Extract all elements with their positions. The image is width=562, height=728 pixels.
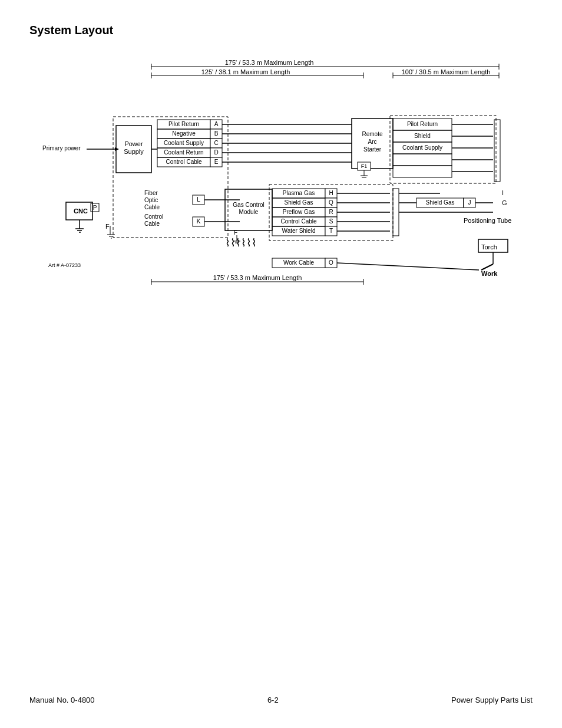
letter-e: E <box>214 159 219 165</box>
letter-r: R <box>329 209 333 215</box>
letter-j: J <box>468 199 471 206</box>
cnc-label: CNC <box>74 207 88 215</box>
remote-arc-starter: Remote <box>362 131 382 137</box>
svg-line-93 <box>337 263 479 270</box>
footer-right: Power Supply Parts List <box>451 696 533 704</box>
water-shield-label: Water Shield <box>282 228 316 234</box>
negative-label: Negative <box>172 130 196 137</box>
page-footer: Manual No. 0-4800 6-2 Power Supply Parts… <box>0 696 562 704</box>
power-supply-label: Power <box>124 140 143 147</box>
letter-s: S <box>329 218 333 225</box>
plasma-gas-label: Plasma Gas <box>283 190 315 196</box>
control-cable-fiber: Control <box>144 213 163 220</box>
page-title: System Layout <box>0 0 562 43</box>
length-175: 175' / 53.3 m Maximum Length <box>225 59 314 66</box>
letter-g: G <box>502 199 507 206</box>
work-label: Work <box>481 270 498 277</box>
length-125: 125' / 38.1 m Maximum Length <box>201 68 290 75</box>
pilot-return-left: Pilot Return <box>168 121 199 127</box>
letter-o: O <box>329 259 333 266</box>
letter-d: D <box>214 149 218 156</box>
f-gas-label: F <box>234 229 237 236</box>
letter-i: I <box>502 189 504 196</box>
preflow-gas-label: Preflow Gas <box>283 209 315 215</box>
coolant-return-label: Coolant Return <box>164 149 203 156</box>
letter-c: C <box>214 140 218 146</box>
length-bottom: 175' / 53.3 m Maximum Length <box>213 274 302 281</box>
gas-control-label: Gas Control <box>233 202 264 208</box>
art-number: Art # A-07233 <box>48 262 81 268</box>
letter-h: H <box>329 190 333 196</box>
power-supply-label2: Supply <box>124 148 144 155</box>
fiber-optic-label: Fiber <box>144 190 158 196</box>
letter-t: T <box>329 228 333 234</box>
fiber-optic-label2: Optic <box>144 197 158 203</box>
coolant-supply-left: Coolant Supply <box>164 140 204 146</box>
gas-control-label2: Module <box>239 209 259 215</box>
footer-left: Manual No. 0-4800 <box>29 696 95 704</box>
shield-gas-label: Shield Gas <box>285 199 313 206</box>
control-cable-left: Control Cable <box>166 159 202 165</box>
coolant-supply-right: Coolant Supply <box>402 144 442 151</box>
svg-marker-11 <box>115 147 119 151</box>
work-cable-label: Work Cable <box>283 259 314 266</box>
letter-k: K <box>197 218 201 225</box>
shield-right: Shield <box>414 133 431 139</box>
ground-symbols: ⌇⌇⌇⌇⌇⌇ <box>225 237 257 249</box>
letter-l: L <box>197 196 200 203</box>
p-label: P <box>93 205 97 211</box>
torch-label: Torch <box>481 243 497 251</box>
pilot-return-right: Pilot Return <box>407 121 438 127</box>
remote-arc-label2: Arc <box>368 139 377 145</box>
shield-gas-right: Shield Gas <box>426 199 455 206</box>
diagram-area: 175' / 53.3 m Maximum Length 125' / 38.1… <box>16 49 546 302</box>
fiber-optic-label3: Cable <box>144 204 160 210</box>
remote-arc-label3: Starter <box>363 146 382 153</box>
f1-label: F1 <box>361 163 368 169</box>
letter-a: A <box>214 121 219 127</box>
control-cable-gas: Control Cable <box>280 218 317 225</box>
svg-rect-46 <box>393 154 452 166</box>
control-cable-fiber2: Cable <box>144 220 160 227</box>
length-100: 100' / 30.5 m Maximum Length <box>402 68 491 75</box>
footer-center: 6-2 <box>267 696 279 704</box>
svg-line-90 <box>481 264 493 270</box>
svg-rect-81 <box>393 189 399 236</box>
svg-rect-51 <box>494 120 500 182</box>
letter-q: Q <box>329 199 333 206</box>
letter-b: B <box>214 130 219 137</box>
svg-rect-47 <box>393 166 452 177</box>
f-bottom-label: F <box>105 223 110 230</box>
positioning-tube: Positioning Tube <box>464 217 511 224</box>
primary-power-label: Primary power <box>42 145 81 151</box>
